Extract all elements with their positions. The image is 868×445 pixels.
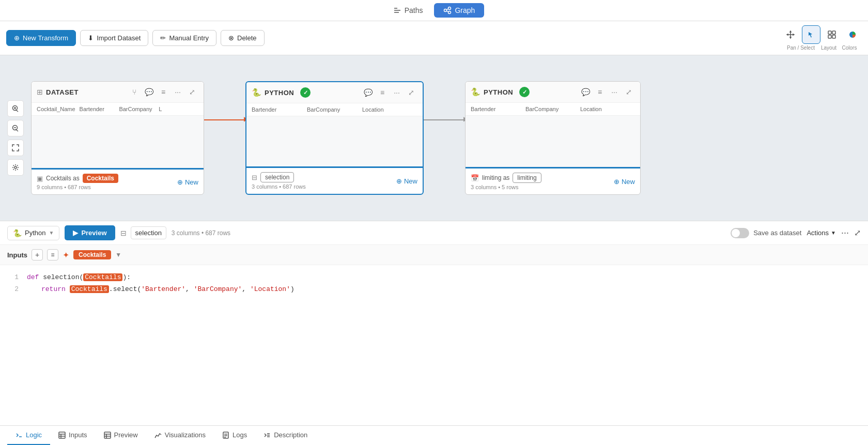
tab-logs[interactable]: Logs <box>214 426 255 445</box>
pan-select-label: Pan / Select <box>784 45 817 51</box>
bottom-panel: 🐍 Python ▼ ▶ Preview ⊟ selection 3 colum… <box>0 221 868 425</box>
code-dot: .select( <box>109 285 141 293</box>
python2-node[interactable]: 🐍 PYTHON ✓ 💬 ≡ ··· ⤢ Bartender BarCompan… <box>465 81 641 195</box>
list-input-button[interactable]: ≡ <box>47 249 58 260</box>
dataset-new-button[interactable]: ⊕ New <box>177 178 198 186</box>
svg-line-6 <box>447 9 448 10</box>
dataset-new-label: New <box>185 178 198 186</box>
python2-columns: Bartender BarCompany Location <box>466 103 640 116</box>
python2-expand-icon[interactable]: ⤢ <box>623 86 635 98</box>
python2-chat-icon[interactable]: 💬 <box>579 86 592 98</box>
python1-body <box>246 116 423 166</box>
layout-button[interactable] <box>823 25 841 44</box>
tab-preview[interactable]: Preview <box>96 426 146 445</box>
expand-panel-button[interactable]: ⤢ <box>854 228 861 238</box>
output-stats: 3 columns • 687 rows <box>172 229 230 237</box>
python1-more-icon[interactable]: ··· <box>391 86 403 99</box>
delete-button[interactable]: ⊗ Delete <box>221 30 265 46</box>
python1-col-1: BarCompany <box>307 106 362 113</box>
import-dataset-button[interactable]: ⬇ Import Dataset <box>80 30 148 46</box>
input-sparkle-icon: ✦ <box>63 250 69 260</box>
dataset-filter-icon[interactable]: ≡ <box>157 86 169 98</box>
select-button[interactable] <box>802 25 820 44</box>
tab-paths[interactable]: Paths <box>384 3 432 18</box>
output-name-text: selection <box>131 226 166 239</box>
dataset-more-icon[interactable]: ··· <box>172 86 184 98</box>
svg-rect-15 <box>832 31 835 34</box>
save-toggle-switch[interactable] <box>731 228 749 238</box>
manual-entry-label: Manual Entry <box>169 34 209 42</box>
python2-footer: 📅 limiting as limiting 3 columns • 5 row… <box>466 168 640 194</box>
tab-logic-label: Logic <box>26 431 42 439</box>
colors-button[interactable] <box>843 25 862 44</box>
python2-output-name: 📅 limiting as limiting <box>471 173 541 183</box>
import-icon: ⬇ <box>88 34 94 42</box>
python2-output: 📅 limiting as limiting 3 columns • 5 row… <box>471 173 541 190</box>
line-num-1: 1 <box>10 272 19 283</box>
new-transform-button[interactable]: ⊕ New Transform <box>6 30 76 46</box>
toolbar-right: Pan / Select Layout Colors <box>781 25 862 51</box>
code-space-1: selection( <box>43 273 83 281</box>
dataset-node-header: ⊞ DATASET ⑂ 💬 ≡ ··· ⤢ <box>32 82 204 103</box>
language-selector[interactable]: 🐍 Python ▼ <box>7 226 59 240</box>
python1-list-icon: ⊟ <box>252 174 257 181</box>
python1-stats: 3 columns • 687 rows <box>252 183 306 190</box>
svg-line-7 <box>447 11 448 12</box>
dataset-chat-icon[interactable]: 💬 <box>143 86 155 98</box>
dataset-output-badge: Cocktails <box>83 174 118 183</box>
settings-button[interactable] <box>7 159 24 176</box>
svg-point-4 <box>448 7 451 10</box>
tab-inputs-label: Inputs <box>69 431 87 439</box>
python2-col-2: Location <box>580 106 635 112</box>
output-list-icon: ⊟ <box>120 229 127 237</box>
python2-new-button[interactable]: ⊕ New <box>614 178 635 186</box>
inputs-section: Inputs + ≡ ✦ Cocktails ▼ <box>0 245 868 265</box>
tab-graph-label: Graph <box>455 6 475 14</box>
pan-button[interactable] <box>781 25 800 44</box>
tab-graph[interactable]: Graph <box>434 3 484 18</box>
dataset-node-title: DATASET <box>46 88 79 96</box>
add-input-button[interactable]: + <box>32 249 43 260</box>
dataset-col-3: L <box>159 106 198 112</box>
dataset-table-icon: ▣ <box>37 175 43 182</box>
svg-rect-17 <box>832 35 835 38</box>
tab-visualizations[interactable]: Visualizations <box>146 426 214 445</box>
dataset-expand-icon[interactable]: ⤢ <box>186 86 198 98</box>
more-button[interactable]: ··· <box>841 227 849 238</box>
python2-filter-icon[interactable]: ≡ <box>594 86 606 98</box>
save-as-dataset-label: Save as dataset <box>753 229 801 237</box>
arrow-1-line: ▶ <box>204 119 245 120</box>
python1-node[interactable]: 🐍 PYTHON ✓ 💬 ≡ ··· ⤢ Bartender BarCompan… <box>245 81 424 195</box>
python1-filter-icon[interactable]: ≡ <box>376 86 389 99</box>
new-transform-label: New Transform <box>23 34 68 42</box>
tab-description[interactable]: Description <box>255 426 316 445</box>
dataset-git-icon[interactable]: ⑂ <box>128 86 141 98</box>
input-chevron-icon[interactable]: ▼ <box>115 251 121 258</box>
dataset-as-label: Cocktails as <box>46 175 80 182</box>
python2-node-title: PYTHON <box>484 88 513 96</box>
manual-entry-icon: ✏ <box>160 34 166 42</box>
dataset-node[interactable]: ⊞ DATASET ⑂ 💬 ≡ ··· ⤢ Cocktail_Name Bart… <box>31 81 204 195</box>
fit-view-button[interactable] <box>7 140 24 156</box>
python1-expand-icon[interactable]: ⤢ <box>405 86 417 99</box>
python2-more-icon[interactable]: ··· <box>608 86 621 98</box>
connector-2: ▶ <box>424 119 465 120</box>
code-area: 1 def selection(Cocktails): 2 return Coc… <box>0 265 868 306</box>
actions-button[interactable]: Actions ▼ <box>807 229 836 237</box>
tab-logic[interactable]: Logic <box>7 426 50 445</box>
zoom-out-button[interactable] <box>7 120 24 136</box>
tab-logs-label: Logs <box>233 431 247 439</box>
manual-entry-button[interactable]: ✏ Manual Entry <box>152 30 216 46</box>
tab-inputs[interactable]: Inputs <box>50 426 95 445</box>
tab-paths-label: Paths <box>405 6 423 14</box>
python1-new-button[interactable]: ⊕ New <box>396 177 417 185</box>
dataset-columns: Cocktail_Name Bartender BarCompany L <box>32 103 204 116</box>
tab-visualizations-label: Visualizations <box>165 431 206 439</box>
line-num-2: 2 <box>10 284 19 295</box>
left-tools <box>7 100 24 176</box>
preview-button[interactable]: ▶ Preview <box>65 225 115 240</box>
zoom-in-button[interactable] <box>7 100 24 117</box>
python1-chat-icon[interactable]: 💬 <box>362 86 374 99</box>
dataset-icon: ⊞ <box>37 88 43 96</box>
python2-list-icon: 📅 <box>471 174 479 182</box>
